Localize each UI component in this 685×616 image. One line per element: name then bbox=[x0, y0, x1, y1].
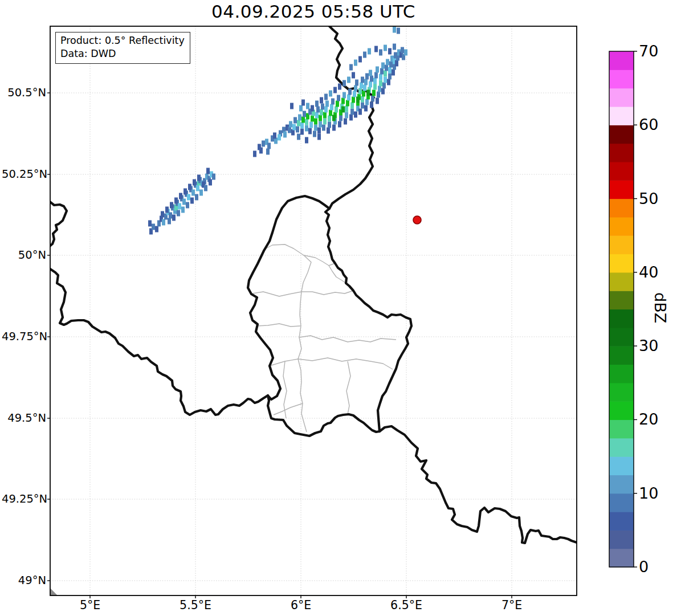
radar-echo-cell bbox=[311, 116, 314, 122]
radar-echo-cell bbox=[373, 78, 377, 84]
radar-echo-cell bbox=[253, 151, 256, 157]
data-source-line: Data: DWD bbox=[60, 47, 185, 60]
colorbar-segment bbox=[609, 383, 634, 402]
y-tick-label: 49.5°N bbox=[2, 411, 46, 425]
radar-echo-cell bbox=[332, 115, 336, 121]
radar-echo-cell bbox=[181, 207, 185, 213]
radar-echo-cell bbox=[333, 87, 337, 93]
x-tick-label: 5°E bbox=[59, 598, 121, 612]
radar-echo-cell bbox=[313, 131, 316, 137]
radar-echo-cell bbox=[369, 81, 372, 88]
radar-site-marker bbox=[413, 216, 421, 224]
map-canvas bbox=[0, 0, 685, 616]
radar-echo-cell bbox=[155, 226, 158, 232]
colorbar-segment bbox=[609, 438, 634, 457]
radar-echo-cell bbox=[186, 202, 189, 209]
radar-echo-cell bbox=[392, 70, 395, 76]
colorbar-segment bbox=[609, 88, 634, 107]
radar-figure: { "title": "04.09.2025 05:58 UTC", "info… bbox=[0, 0, 685, 616]
radar-echo-cell bbox=[377, 92, 380, 98]
radar-echo-cell bbox=[371, 96, 374, 102]
radar-echo-cell bbox=[388, 48, 392, 55]
radar-echo-cell bbox=[301, 100, 305, 106]
radar-echo-cell bbox=[331, 99, 335, 105]
radar-echo-cell bbox=[188, 184, 191, 190]
radar-echo-cell bbox=[179, 193, 182, 199]
radar-echo-cell bbox=[365, 99, 369, 105]
radar-echo-cell bbox=[365, 74, 369, 80]
radar-echo-cell bbox=[321, 104, 324, 110]
radar-echo-cell bbox=[212, 174, 215, 180]
radar-echo-cell bbox=[290, 103, 293, 109]
radar-echo-cell bbox=[354, 85, 357, 92]
radar-echo-cell bbox=[162, 219, 165, 226]
colorbar-segment bbox=[609, 162, 634, 181]
radar-echo-cell bbox=[328, 122, 331, 128]
radar-echo-cell bbox=[348, 89, 352, 95]
radar-echo-cell bbox=[322, 125, 325, 131]
radar-echo-cell bbox=[368, 48, 371, 55]
radar-echo-cell bbox=[363, 85, 366, 91]
radar-echo-cell bbox=[315, 112, 319, 119]
radar-echo-cell bbox=[308, 128, 312, 134]
radar-echo-cell bbox=[309, 122, 313, 128]
radar-echo-cell bbox=[353, 91, 356, 97]
radar-echo-cell bbox=[273, 133, 276, 139]
colorbar-segment bbox=[609, 401, 634, 420]
radar-echo-cell bbox=[298, 115, 301, 121]
radar-echo-cell bbox=[361, 96, 364, 103]
colorbar-tick-label: 50 bbox=[639, 189, 658, 209]
colorbar-segment bbox=[609, 346, 634, 365]
radar-echo-cell bbox=[358, 109, 362, 115]
radar-echo-cell bbox=[349, 64, 353, 71]
radar-echo-cell bbox=[369, 70, 372, 76]
radar-echo-cell bbox=[174, 198, 178, 204]
colorbar-tick-label: 20 bbox=[639, 410, 658, 429]
radar-echo-cell bbox=[354, 112, 357, 118]
radar-echo-cell bbox=[347, 77, 350, 83]
radar-echo-cell bbox=[170, 202, 173, 209]
figure-title: 04.09.2025 05:58 UTC bbox=[50, 1, 577, 22]
radar-echo-cell bbox=[343, 92, 346, 99]
radar-echo-cell bbox=[289, 121, 292, 128]
radar-echo-cell bbox=[338, 84, 341, 90]
radar-echo-cell bbox=[316, 107, 320, 113]
colorbar-tick-label: 30 bbox=[639, 336, 658, 356]
colorbar-segment bbox=[609, 309, 634, 328]
radar-echo-cell bbox=[165, 207, 169, 213]
radar-echo-cell bbox=[323, 119, 327, 125]
radar-echo-cell bbox=[305, 119, 308, 125]
radar-echo-cell bbox=[197, 175, 201, 181]
radar-echo-cell bbox=[161, 211, 164, 218]
radar-echo-cell bbox=[292, 124, 296, 130]
radar-echo-cell bbox=[196, 185, 199, 191]
x-tick-label: 6°E bbox=[270, 598, 332, 612]
radar-echo-cell bbox=[330, 104, 333, 111]
radar-echo-cell bbox=[358, 56, 362, 63]
radar-echo-cell bbox=[259, 148, 263, 154]
colorbar-axis-label: dBZ bbox=[651, 292, 669, 323]
radar-echo-cell bbox=[352, 72, 355, 79]
radar-echo-cell bbox=[191, 190, 195, 196]
colorbar-segment bbox=[609, 107, 634, 125]
radar-echo-cell bbox=[381, 63, 385, 69]
colorbar-segment bbox=[609, 456, 634, 475]
radar-echo-cell bbox=[364, 79, 368, 85]
radar-echo-cell bbox=[311, 105, 314, 112]
radar-echo-cell bbox=[341, 98, 345, 104]
radar-echo-cell bbox=[379, 80, 382, 87]
colorbar-segment bbox=[609, 254, 634, 273]
radar-echo-cell bbox=[324, 94, 328, 100]
radar-echo-cell bbox=[356, 97, 360, 103]
radar-echo-cell bbox=[379, 74, 382, 80]
radar-echo-cell bbox=[206, 168, 210, 174]
radar-echo-cell bbox=[328, 116, 331, 122]
colorbar-tick-label: 40 bbox=[639, 263, 658, 282]
radar-echo-cell bbox=[305, 137, 308, 144]
colorbar-tick-label: 0 bbox=[639, 557, 649, 577]
radar-echo-cell bbox=[193, 180, 196, 186]
colorbar-segment bbox=[609, 549, 634, 568]
radar-echo-cell bbox=[379, 50, 382, 56]
colorbar-tick-label: 10 bbox=[639, 484, 658, 503]
radar-echo-cell bbox=[370, 102, 373, 108]
